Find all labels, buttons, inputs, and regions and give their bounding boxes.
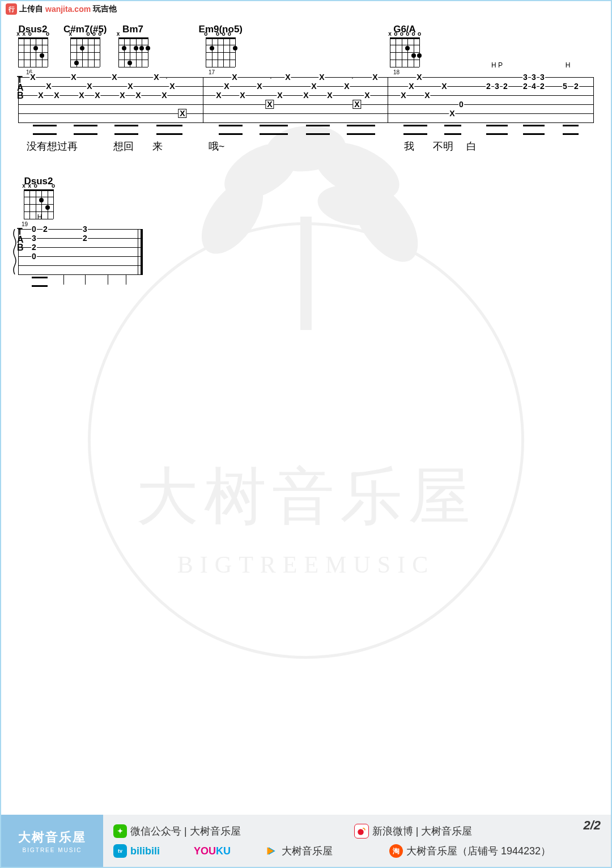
svg-point-7 (358, 829, 364, 835)
taobao-icon: 淘 (389, 844, 403, 858)
weibo-icon (354, 824, 369, 839)
bar-number: 19 (22, 221, 28, 227)
lyric: 想回 (113, 139, 134, 153)
bilibili-icon: tv (113, 844, 127, 858)
chord-diagram: oooo (206, 37, 235, 67)
lyric: 我 (404, 139, 414, 153)
tencent-video-link: 大树音乐屋 (265, 844, 333, 858)
banner-suffix: 玩吉他 (93, 4, 117, 14)
footer-brand-cn: 大树音乐屋 (18, 829, 86, 846)
chord-row: Dsus2xxoo (18, 176, 143, 219)
tencent-video-icon (265, 844, 278, 858)
lyric: 来 (152, 139, 163, 153)
bar-number: 18 (393, 69, 400, 75)
wechat-link: ✦微信公众号 | 大树音乐屋 (113, 824, 241, 838)
lyric: 哦~ (209, 139, 225, 153)
tab-line-1: Dsus2xxoo C#m7(#5)xooo Bm7x Em9(no5)oooo… (18, 24, 594, 153)
source-logo-icon: 行 (6, 3, 17, 15)
technique: H (566, 61, 571, 69)
chord-row: Dsus2xxoo C#m7(#5)xooo Bm7x Em9(no5)oooo… (18, 24, 594, 67)
tab-staff: TAB 16 17 18 ... X X X X X (18, 77, 594, 122)
taobao-link: 淘大树音乐屋（店铺号 1944232） (389, 844, 551, 858)
tab-staff: TAB 19 H 0 3 2 0 2 3 2 (18, 229, 143, 274)
bar-number: 17 (209, 69, 215, 75)
chord-name: Bm7 (122, 24, 143, 35)
technique: H (37, 213, 42, 221)
source-banner: 行 上传自 wanjita.com 玩吉他 (1, 1, 121, 17)
chord-diagram: xooooo (390, 37, 419, 67)
page-number: 2/2 (583, 818, 601, 833)
page: 行 上传自 wanjita.com 玩吉他 大树音乐屋 BIGTREEMUSIC… (0, 0, 612, 868)
watermark-en: BIGTREEMUSIC (51, 551, 561, 578)
lyric: 不明 (433, 139, 453, 153)
lyric: 没有想过再 (27, 139, 78, 153)
chord-diagram: xooo (70, 37, 100, 67)
footer-links: 2/2 ✦微信公众号 | 大树音乐屋 新浪微博 | 大树音乐屋 tvbilibi… (103, 815, 611, 867)
lyric: 白 (466, 139, 477, 153)
arpeggio-icon (12, 229, 17, 274)
youku-link: YOUKU (194, 845, 231, 857)
footer-brand-en: BIGTREE MUSIC (23, 847, 82, 853)
tab-line-2: Dsus2xxoo TAB 19 H 0 3 2 0 2 3 2 (18, 176, 143, 274)
technique: H P (491, 61, 503, 69)
wechat-icon: ✦ (113, 824, 127, 838)
weibo-link: 新浪微博 | 大树音乐屋 (354, 824, 473, 839)
banner-prefix: 上传自 (19, 4, 43, 14)
lyrics: 没有想过再 想回 来 哦~ 我 不明 白 (18, 139, 594, 153)
banner-site: wanjita.com (45, 5, 91, 14)
watermark-cn: 大树音乐屋 (51, 455, 561, 539)
bilibili-link: tvbilibili (113, 844, 160, 858)
chord-diagram: x (118, 37, 148, 67)
footer-brand: 大树音乐屋 BIGTREE MUSIC (1, 815, 103, 867)
chord-diagram: xxoo (18, 37, 48, 67)
tab-content: Dsus2xxoo C#m7(#5)xooo Bm7x Em9(no5)oooo… (18, 24, 594, 297)
footer: 大树音乐屋 BIGTREE MUSIC 2/2 ✦微信公众号 | 大树音乐屋 新… (1, 815, 611, 867)
